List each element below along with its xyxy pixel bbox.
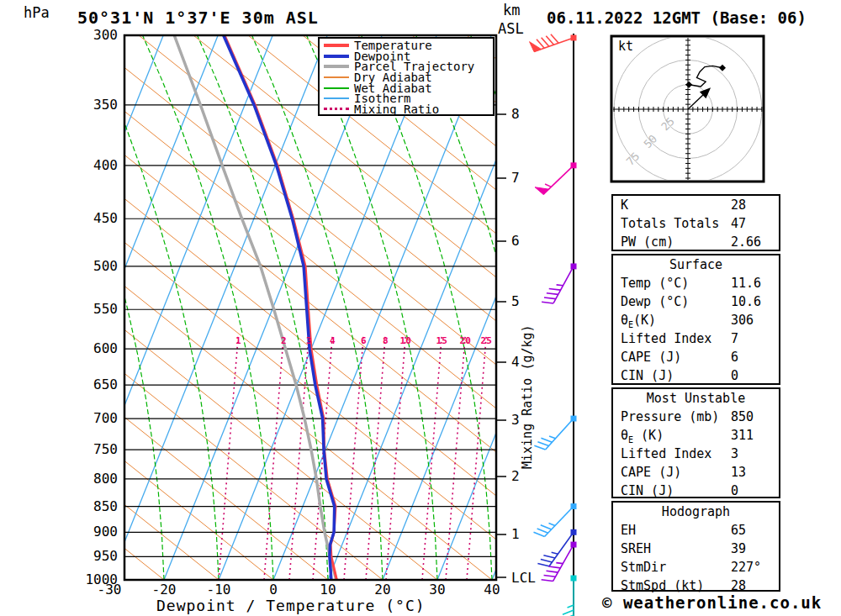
pressure-tick-label: 650 xyxy=(81,378,118,392)
legend-item: Mixing Ratio xyxy=(320,104,493,115)
parcel-trajectory-curve xyxy=(174,35,336,580)
plot-border xyxy=(124,35,496,580)
altitude-unit-asl-label: ASL xyxy=(498,22,524,36)
km-tick-label: 1 xyxy=(511,528,520,541)
table-row-label: CIN (J) xyxy=(621,366,674,385)
table-row-value: 13 xyxy=(731,463,746,482)
mixing-ratio-value-label: 10 xyxy=(400,335,411,346)
page-title: 50°31'N 1°37'E 30m ASL xyxy=(77,9,319,26)
table-row-value: 6 xyxy=(731,348,738,366)
table-row: CAPE (J)6 xyxy=(613,348,779,366)
table-row-value: 39 xyxy=(731,540,746,558)
hodograph: 255075 xyxy=(611,35,764,183)
hodograph-panel-title: Hodograph xyxy=(613,503,779,521)
table-row-value: 227° xyxy=(731,558,761,577)
table-row-label: Lifted Index xyxy=(621,329,711,348)
hodograph-panel: Hodograph EH65SREH39StmDir227°StmSpd (kt… xyxy=(611,501,780,592)
table-row-label: PW (cm) xyxy=(621,233,674,251)
table-row: K28 xyxy=(613,196,779,214)
table-row-value: 850 xyxy=(731,408,754,426)
table-row-value: 0 xyxy=(731,366,738,385)
legend-line-sample-dotted xyxy=(324,108,349,110)
pressure-tick-label: 600 xyxy=(81,342,118,355)
table-row-label: Dewp (°C) xyxy=(621,292,689,311)
pressure-tick-label: 400 xyxy=(81,159,118,172)
mixing-ratio-value-label: 20 xyxy=(460,335,471,346)
pressure-gridlines xyxy=(124,35,496,580)
table-row-label: CIN (J) xyxy=(621,482,674,500)
temp-tick-label: -30 xyxy=(82,583,136,597)
temp-tick-label: 20 xyxy=(356,583,410,597)
table-row: Lifted Index7 xyxy=(613,329,779,348)
table-row-value: 65 xyxy=(731,521,746,540)
surface-panel-title: Surface xyxy=(613,255,779,274)
mixing-ratio-value-label: 25 xyxy=(481,335,492,346)
hodograph-unit-label: kt xyxy=(618,40,633,53)
table-row-value: 7 xyxy=(731,329,738,348)
legend-line-sample-thin xyxy=(324,97,349,99)
table-row-value: 10.6 xyxy=(731,292,761,311)
table-row-label: Totals Totals xyxy=(621,214,719,233)
table-row-value: 11.6 xyxy=(731,274,761,292)
wind-barb-850 xyxy=(534,503,577,537)
table-row: CIN (J)0 xyxy=(613,366,779,385)
pressure-tick-label: 850 xyxy=(81,500,118,513)
table-row: StmSpd (kt)28 xyxy=(613,577,779,595)
altitude-unit-km-label: km xyxy=(503,3,520,18)
table-row: SREH39 xyxy=(613,540,779,558)
km-ticks xyxy=(496,114,506,577)
mixing-ratio-value-label: 15 xyxy=(436,335,447,346)
skewt-sounding-page: 255075 hPa 50°31'N 1°37'E 30m ASL km ASL… xyxy=(0,0,841,616)
mixing-ratio-value-label: 8 xyxy=(383,335,389,346)
pressure-tick-label: 700 xyxy=(81,412,118,425)
legend-line-sample-thick xyxy=(324,65,349,68)
pressure-tick-label: 750 xyxy=(81,443,118,456)
table-row-value: 47 xyxy=(731,214,746,233)
table-row: PW (cm)2.66 xyxy=(613,233,779,251)
temp-tick-label: -10 xyxy=(192,583,246,597)
legend-line-sample-thin xyxy=(324,87,349,89)
table-row-label: EH xyxy=(621,521,636,540)
table-row-value: 0 xyxy=(731,482,738,500)
pressure-tick-label: 900 xyxy=(81,525,118,539)
km-tick-label: 5 xyxy=(511,295,520,308)
km-tick-label: 2 xyxy=(511,470,520,483)
most-unstable-panel-title: Most Unstable xyxy=(613,389,779,408)
table-row: StmDir227° xyxy=(613,558,779,577)
table-row-value: 28 xyxy=(731,196,746,214)
temp-tick-label: 0 xyxy=(246,583,300,597)
datetime-label: 06.11.2022 12GMT (Base: 06) xyxy=(547,10,807,26)
table-row-label: CAPE (J) xyxy=(621,348,681,366)
indices-panel: K28Totals Totals47PW (cm)2.66 xyxy=(611,194,780,251)
pressure-tick-label: 350 xyxy=(81,98,118,112)
table-row: Pressure (mb)850 xyxy=(613,408,779,426)
pressure-unit-label: hPa xyxy=(24,6,50,20)
wind-barb-300 xyxy=(530,34,577,52)
pressure-tick-label: 450 xyxy=(81,212,118,225)
table-row-label: StmSpd (kt) xyxy=(621,577,704,595)
table-row: CAPE (J)13 xyxy=(613,463,779,482)
temp-tick-label: -20 xyxy=(137,583,191,597)
legend-item-label: Mixing Ratio xyxy=(354,103,439,116)
mixing-ratio-value-label: 2 xyxy=(281,335,287,346)
legend-line-sample-thick xyxy=(324,55,349,58)
km-tick-label: 8 xyxy=(511,108,520,121)
km-tick-label: 3 xyxy=(511,413,520,427)
table-row-label: Pressure (mb) xyxy=(621,408,719,426)
legend-line-sample-thick xyxy=(324,44,349,47)
table-row-value: 28 xyxy=(731,577,746,595)
table-row-value: 311 xyxy=(731,426,754,445)
legend-box: TemperatureDewpointParcel TrajectoryDry … xyxy=(318,37,495,116)
table-row-label: K xyxy=(621,196,628,214)
lcl-label: LCL xyxy=(511,571,536,585)
pressure-tick-label: 500 xyxy=(81,260,118,273)
temp-tick-label: 10 xyxy=(301,583,355,597)
wind-barb-400 xyxy=(535,162,576,194)
x-axis-title: Dewpoint / Temperature (°C) xyxy=(156,598,426,613)
table-row: θE(K)306 xyxy=(613,311,779,329)
legend-line-sample-thin xyxy=(324,76,349,78)
table-row: Totals Totals47 xyxy=(613,214,779,233)
table-row-value: 306 xyxy=(731,311,754,329)
wind-barb-900 xyxy=(537,529,576,566)
table-row-label: Lifted Index xyxy=(621,445,711,463)
